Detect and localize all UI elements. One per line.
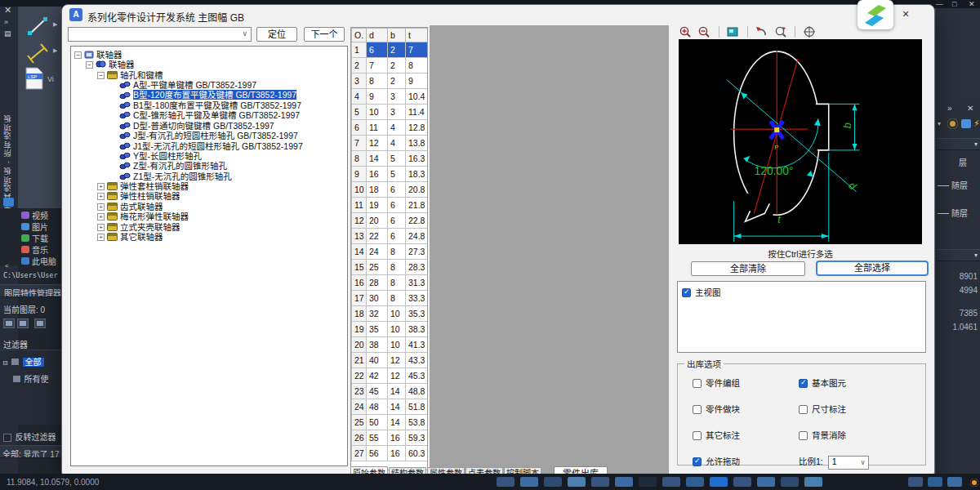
dimension-tool-icon[interactable]: [26, 42, 49, 67]
value-cell[interactable]: 22.8: [406, 213, 429, 229]
table-row[interactable]: 27561660.3: [352, 446, 429, 461]
expand-toggle[interactable]: +: [97, 183, 105, 190]
option-checkbox[interactable]: [693, 379, 702, 388]
statusbar-icon[interactable]: [686, 477, 704, 487]
table-row[interactable]: 814516.3: [352, 151, 429, 167]
table-row[interactable]: 18321035.3: [352, 306, 429, 322]
parts-tree[interactable]: −联轴器−联轴器−轴孔和键槽A型-平键单键槽 GB/T3852-1997B型-1…: [70, 46, 348, 466]
filter-used-item[interactable]: 所有使: [24, 375, 48, 384]
zoom-back-icon[interactable]: [755, 25, 768, 38]
bylayer-row[interactable]: 随层: [938, 177, 968, 192]
row-number-cell[interactable]: 23: [352, 384, 367, 399]
bylayer-row[interactable]: 随层: [938, 205, 968, 220]
value-cell[interactable]: 14: [388, 384, 406, 399]
row-number-cell[interactable]: 16: [352, 275, 367, 291]
value-cell[interactable]: 59.3: [406, 430, 429, 446]
table-row[interactable]: 23451448.8: [352, 384, 429, 399]
value-cell[interactable]: 3: [388, 89, 406, 105]
option-checkbox[interactable]: [693, 405, 702, 414]
tree-item[interactable]: Z1型-无沉孔的圆锥形轴孔: [71, 171, 347, 180]
statusbar-icon[interactable]: [497, 477, 514, 487]
option-checkbox-row[interactable]: 尺寸标注: [799, 401, 921, 416]
value-cell[interactable]: 10: [388, 337, 406, 353]
statusbar-icon[interactable]: [928, 477, 942, 487]
row-number-cell[interactable]: 22: [352, 368, 367, 384]
tree-item[interactable]: J1型-无沉孔的短圆柱形轴孔 GB/T3852-1997: [71, 140, 347, 150]
clear-all-button[interactable]: 全部清除: [691, 261, 805, 276]
value-cell[interactable]: 12.8: [406, 120, 429, 136]
value-cell[interactable]: 16: [388, 430, 406, 446]
value-cell[interactable]: 60.3: [406, 446, 429, 461]
table-row[interactable]: 1119621.8: [352, 198, 429, 213]
zoom-scale-icon[interactable]: [774, 25, 788, 38]
table-row[interactable]: 1018620.8: [352, 182, 429, 198]
value-cell[interactable]: 18: [367, 182, 388, 198]
row-number-cell[interactable]: 3: [352, 74, 367, 89]
row-number-cell[interactable]: 21: [352, 353, 367, 368]
value-cell[interactable]: 8: [406, 58, 429, 74]
explorer-item[interactable]: 图片: [21, 221, 61, 231]
property-value[interactable]: 4994: [960, 286, 978, 295]
table-row[interactable]: 916518.3: [352, 167, 429, 182]
table-row[interactable]: 22421245.3: [352, 368, 429, 384]
table-row[interactable]: 1525828.3: [352, 260, 429, 275]
value-cell[interactable]: 33.3: [406, 291, 429, 306]
row-number-cell[interactable]: 6: [352, 120, 367, 136]
row-number-cell[interactable]: 2: [352, 58, 367, 74]
value-cell[interactable]: 2: [388, 58, 406, 74]
statusbar-icon[interactable]: [781, 477, 799, 487]
option-checkbox-row[interactable]: 基本图元: [799, 375, 921, 390]
row-number-cell[interactable]: 8: [352, 151, 367, 167]
row-number-cell[interactable]: 4: [352, 89, 367, 105]
column-header[interactable]: O.: [352, 29, 367, 42]
value-cell[interactable]: 7: [367, 58, 388, 74]
search-combobox[interactable]: ∨: [68, 27, 252, 42]
tree-item[interactable]: +梅花形弹性联轴器: [71, 211, 347, 220]
value-cell[interactable]: 35.3: [406, 306, 429, 322]
option-checkbox-row[interactable]: 背景消除: [799, 427, 921, 442]
expand-toggle[interactable]: +: [97, 213, 105, 220]
value-cell[interactable]: 21.8: [406, 198, 429, 213]
tree-item[interactable]: +其它联轴器: [71, 231, 347, 241]
palette-close-icon[interactable]: ✕: [967, 104, 973, 113]
dialog-close-button[interactable]: ✕: [895, 7, 916, 21]
value-cell[interactable]: 8: [388, 275, 406, 291]
section-header[interactable]: ▾: [937, 249, 980, 261]
value-cell[interactable]: 55: [367, 430, 388, 446]
statusbar-icon[interactable]: [804, 477, 822, 487]
tree-item[interactable]: Z型-有沉孔的圆锥形轴孔: [71, 160, 347, 170]
value-cell[interactable]: 41.3: [406, 337, 429, 353]
window-close-button[interactable]: ✕: [969, 0, 975, 8]
tree-item[interactable]: Y型-长圆柱形轴孔: [71, 150, 347, 160]
value-cell[interactable]: 8: [367, 74, 388, 89]
option-checkbox-row[interactable]: 允许拖动: [693, 453, 799, 470]
value-cell[interactable]: 42: [367, 368, 388, 384]
property-value[interactable]: 7385: [960, 309, 978, 318]
table-row[interactable]: 712413.8: [352, 136, 429, 151]
tree-item[interactable]: +弹性套柱销联轴器: [71, 180, 347, 190]
expand-toggle[interactable]: +: [97, 234, 105, 241]
dropdown-arrow-icon[interactable]: ▾: [938, 120, 941, 127]
value-cell[interactable]: 56: [367, 446, 388, 461]
table-row[interactable]: 1627: [352, 42, 429, 58]
tree-item[interactable]: C型-锥形轴孔平键及单键槽 GB/T3852-1997: [71, 109, 347, 119]
value-cell[interactable]: 9: [406, 74, 429, 89]
value-cell[interactable]: 18.3: [406, 167, 429, 182]
view-checkbox[interactable]: [682, 288, 691, 297]
value-cell[interactable]: 4: [388, 136, 406, 151]
value-cell[interactable]: 25: [367, 260, 388, 275]
table-row[interactable]: 510311.4: [352, 105, 429, 120]
value-cell[interactable]: 20.8: [406, 182, 429, 198]
table-row[interactable]: 26551659.3: [352, 430, 429, 446]
option-checkbox[interactable]: [799, 379, 808, 388]
preview-canvas[interactable]: 120.00° d b t P: [679, 39, 922, 244]
row-number-cell[interactable]: 27: [352, 446, 367, 461]
statusbar-icon[interactable]: [639, 477, 657, 487]
value-cell[interactable]: 40: [367, 353, 388, 368]
value-cell[interactable]: 11: [367, 120, 388, 136]
table-row[interactable]: 20381041.3: [352, 337, 429, 353]
next-button[interactable]: 下一个: [304, 27, 345, 42]
value-cell[interactable]: 51.8: [406, 399, 429, 415]
option-checkbox[interactable]: [799, 405, 808, 414]
value-cell[interactable]: 24.8: [406, 229, 429, 244]
